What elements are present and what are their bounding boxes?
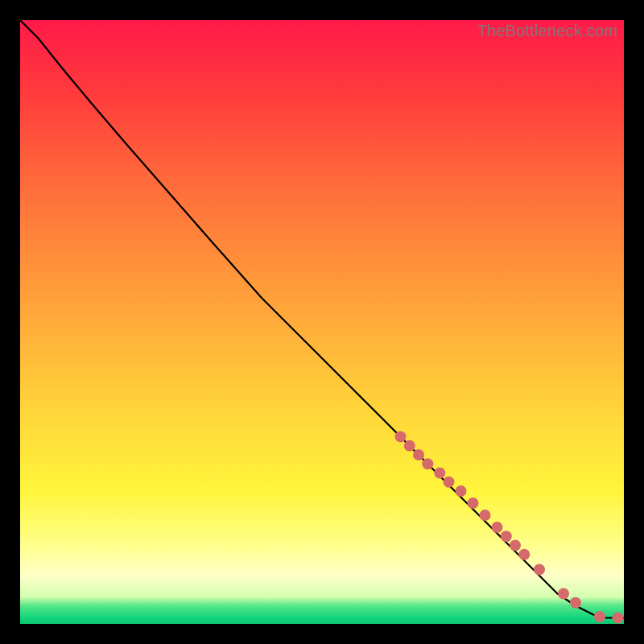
chart-overlay [20, 20, 624, 624]
data-marker [510, 540, 521, 551]
data-curve [20, 20, 624, 618]
data-marker [613, 613, 624, 624]
data-marker [534, 564, 545, 576]
data-marker [456, 485, 467, 497]
data-marker [395, 431, 407, 443]
data-marker [501, 530, 512, 542]
data-marker [468, 497, 479, 509]
data-marker [594, 611, 605, 622]
data-marker [558, 588, 569, 600]
data-marker [444, 477, 455, 488]
data-marker [434, 468, 445, 479]
chart-frame: TheBottleneck.com [0, 0, 644, 644]
marker-group [395, 431, 624, 624]
data-marker [570, 597, 581, 609]
data-marker [518, 549, 530, 560]
data-marker [492, 522, 503, 533]
data-marker [413, 449, 424, 460]
plot-area: TheBottleneck.com [20, 20, 624, 624]
data-marker [404, 440, 415, 452]
data-marker [422, 458, 433, 469]
data-marker [480, 510, 491, 521]
